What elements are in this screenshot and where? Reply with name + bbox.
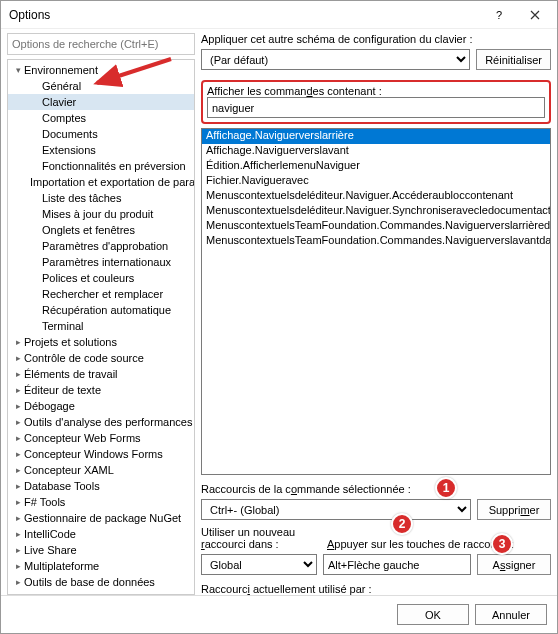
chevron-right-icon[interactable]: ▸ [12,497,24,507]
tree-category[interactable]: ▸Outils d'analyse des performances [8,414,194,430]
tree-category[interactable]: ▸Database Tools [8,478,194,494]
tree-category[interactable]: ▸Projets et solutions [8,334,194,350]
command-item[interactable]: Édition.AfficherlemenuNaviguer [202,159,550,174]
tree-category[interactable]: ▸Concepteur XAML [8,462,194,478]
tree-category[interactable]: ▸Éditeur de texte [8,382,194,398]
dialog-footer: OK Annuler [1,595,557,633]
tree-label: Onglets et fenêtres [42,224,135,236]
chevron-down-icon[interactable]: ▾ [12,65,24,75]
search-input[interactable] [7,33,195,55]
tree-item[interactable]: Paramètres d'approbation [8,238,194,254]
tree-category[interactable]: ▸Gestionnaire de package NuGet [8,510,194,526]
command-item[interactable]: MenuscontextuelsTeamFoundation.Commandes… [202,219,550,234]
chevron-right-icon[interactable]: ▸ [12,449,24,459]
help-button[interactable]: ? [481,3,517,27]
close-icon [530,10,540,20]
window-title: Options [9,8,481,22]
press-keys-label: Appuyer sur les touches de raccourci : [327,538,551,550]
tree-item[interactable]: Fonctionnalités en préversion [8,158,194,174]
tree-item[interactable]: Importation et exportation de paramè [8,174,194,190]
tree-item[interactable]: Extensions [8,142,194,158]
tree-label: Concepteur XAML [24,464,114,476]
assign-button[interactable]: Assigner [477,554,551,575]
command-item[interactable]: Affichage.Naviguerverslavant [202,144,550,159]
tree-category[interactable]: ▸Concepteur Windows Forms [8,446,194,462]
tree-label: Live Share [24,544,77,556]
tree-label: Rechercher et remplacer [42,288,163,300]
tree-label: Éléments de travail [24,368,118,380]
titlebar: Options ? [1,1,557,29]
tree-item[interactable]: Terminal [8,318,194,334]
tree-label: Contrôle de code source [24,352,144,364]
tree-item[interactable]: Onglets et fenêtres [8,222,194,238]
remove-button[interactable]: Supprimer [477,499,551,520]
reset-button[interactable]: Réinitialiser [476,49,551,70]
tree-label: Débogage [24,400,75,412]
tree-category[interactable]: ▾Environnement [8,62,194,78]
tree-category[interactable]: ▸Live Share [8,542,194,558]
command-item[interactable]: Affichage.Naviguerverslarrière [202,129,550,144]
tree-item[interactable]: Clavier [8,94,194,110]
shortcuts-label: Raccourcis de la commande sélectionnée : [201,483,551,495]
tree-item[interactable]: Général [8,78,194,94]
chevron-right-icon[interactable]: ▸ [12,465,24,475]
tree-label: Clavier [42,96,76,108]
use-new-shortcut-label: Utiliser un nouveau raccourci dans : [201,526,321,550]
keyboard-pane: Appliquer cet autre schéma de configurat… [201,33,551,595]
press-keys-input[interactable] [323,554,471,575]
tree-label: Outils d'analyse des performances [24,416,192,428]
tree-item[interactable]: Documents [8,126,194,142]
command-item[interactable]: Fichier.Navigueravec [202,174,550,189]
tree-label: Fonctionnalités en préversion [42,160,186,172]
chevron-right-icon[interactable]: ▸ [12,369,24,379]
tree-label: Concepteur Web Forms [24,432,141,444]
scope-select[interactable]: Global [201,554,317,575]
tree-label: Polices et couleurs [42,272,134,284]
chevron-right-icon[interactable]: ▸ [12,513,24,523]
chevron-right-icon[interactable]: ▸ [12,529,24,539]
command-item[interactable]: Menuscontextuelsdeléditeur.Naviguer.Sync… [202,204,550,219]
tree-label: Récupération automatique [42,304,171,316]
chevron-right-icon[interactable]: ▸ [12,385,24,395]
tree-category[interactable]: ▸Contrôle de code source [8,350,194,366]
tree-item[interactable]: Paramètres internationaux [8,254,194,270]
cancel-button[interactable]: Annuler [475,604,547,625]
tree-item[interactable]: Comptes [8,110,194,126]
chevron-right-icon[interactable]: ▸ [12,433,24,443]
scheme-label: Appliquer cet autre schéma de configurat… [201,33,551,45]
command-list[interactable]: Affichage.NaviguerverslarrièreAffichage.… [201,128,551,475]
chevron-right-icon[interactable]: ▸ [12,561,24,571]
tree-category[interactable]: ▸IntelliCode [8,526,194,542]
filter-input[interactable] [207,97,545,118]
tree-category[interactable]: ▸Concepteur Web Forms [8,430,194,446]
chevron-right-icon[interactable]: ▸ [12,353,24,363]
tree-item[interactable]: Mises à jour du produit [8,206,194,222]
chevron-right-icon[interactable]: ▸ [12,417,24,427]
chevron-right-icon[interactable]: ▸ [12,337,24,347]
command-item[interactable]: Menuscontextuelsdeléditeur.Naviguer.Accé… [202,189,550,204]
tree-category[interactable]: ▸Éléments de travail [8,366,194,382]
tree-label: Liste des tâches [42,192,122,204]
tree-item[interactable]: Récupération automatique [8,302,194,318]
chevron-right-icon[interactable]: ▸ [12,577,24,587]
tree-category[interactable]: ▸Outils de base de données [8,574,194,590]
tree-label: Extensions [42,144,96,156]
tree-category[interactable]: ▸Multiplateforme [8,558,194,574]
ok-button[interactable]: OK [397,604,469,625]
tree-item[interactable]: Liste des tâches [8,190,194,206]
tree-label: Mises à jour du produit [42,208,153,220]
tree-item[interactable]: Polices et couleurs [8,270,194,286]
tree-label: Général [42,80,81,92]
tree-category[interactable]: ▸F# Tools [8,494,194,510]
command-item[interactable]: MenuscontextuelsTeamFoundation.Commandes… [202,234,550,249]
chevron-right-icon[interactable]: ▸ [12,545,24,555]
tree-item[interactable]: Rechercher et remplacer [8,286,194,302]
chevron-right-icon[interactable]: ▸ [12,401,24,411]
close-button[interactable] [517,3,553,27]
options-dialog: 1 2 3 Options ? ▾EnvironnementGénéralCla… [0,0,558,634]
scheme-select[interactable]: (Par défaut) [201,49,470,70]
category-tree[interactable]: ▾EnvironnementGénéralClavierComptesDocum… [7,59,195,595]
current-shortcut-select[interactable]: Ctrl+- (Global) [201,499,471,520]
tree-category[interactable]: ▸Débogage [8,398,194,414]
chevron-right-icon[interactable]: ▸ [12,481,24,491]
